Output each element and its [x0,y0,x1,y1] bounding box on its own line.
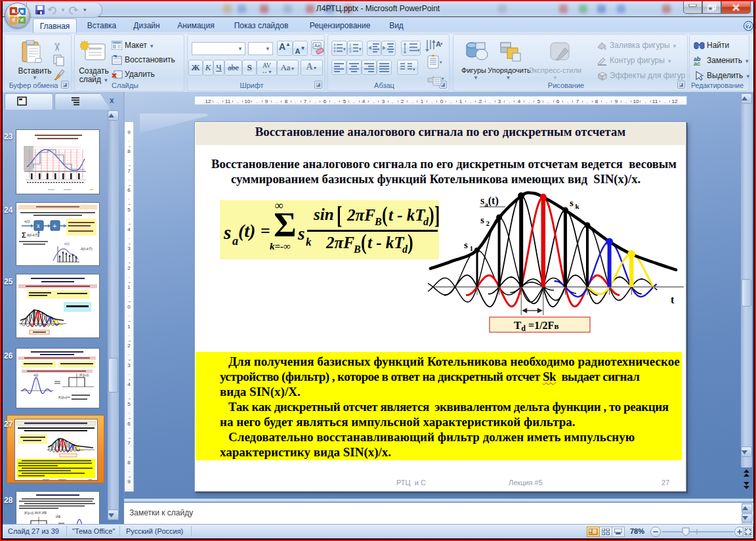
svg-text:▾: ▾ [417,48,420,53]
svg-text:|K(jω)|: |K(jω)| [79,373,89,377]
svg-text:s(t): s(t) [33,373,39,377]
svg-text:Аа: Аа [314,43,320,48]
svg-text:▾: ▾ [442,76,444,81]
svg-text:▾: ▾ [440,60,442,64]
svg-text:ИФ: ИФ [56,515,61,519]
svg-text:▾: ▾ [359,47,362,51]
svg-text:δ(t-kT): δ(t-kT) [27,233,39,237]
svg-text:s(t): s(t) [24,219,30,223]
svg-text:sa(t): sa(t) [480,195,499,208]
svg-text:▾: ▾ [343,47,346,51]
svg-text:s 2: s 2 [480,215,490,227]
svg-text:Td =1/2Fв: Td =1/2Fв [514,319,558,333]
svg-text:▾: ▾ [413,67,415,72]
svg-text:▾: ▾ [440,41,443,46]
svg-text:t: t [671,294,675,305]
svg-text:K(jω)=: K(jω)= [58,395,70,399]
svg-text:Σ: Σ [22,231,26,239]
svg-text:x: x [37,223,40,229]
svg-text:δ(t-kT): δ(t-kT) [81,247,93,251]
svg-text:s k: s k [570,198,580,210]
svg-text:|K(jω)| АЧХ ИФ: |K(jω)| АЧХ ИФ [24,511,47,515]
svg-text:s 1: s 1 [464,240,473,252]
svg-text:+: + [52,222,56,230]
svg-text:s(t): s(t) [64,242,70,246]
svg-text:3: 3 [349,49,352,53]
svg-text:ac: ac [694,60,700,66]
